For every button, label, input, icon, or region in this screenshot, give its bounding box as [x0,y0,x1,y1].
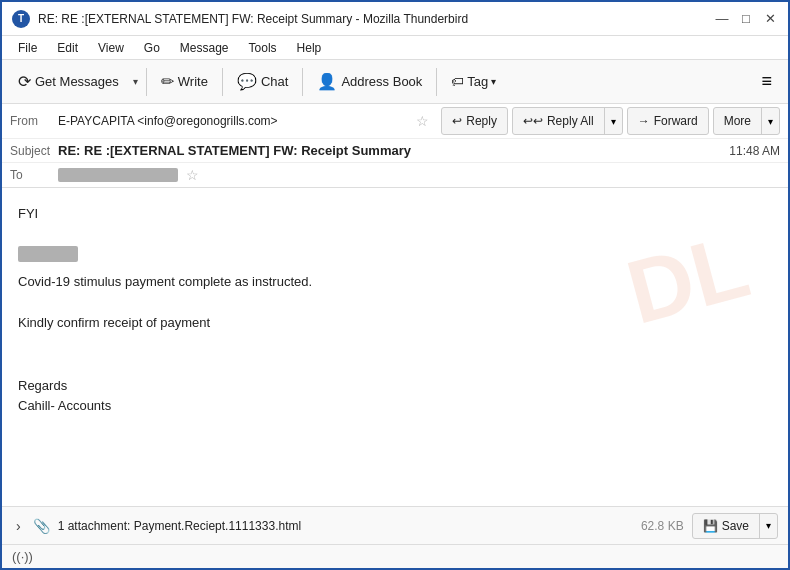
menu-file[interactable]: File [10,39,45,57]
toolbar-separator-3 [302,68,303,96]
to-recipient-blurred [58,168,178,182]
body-line1: FYI [18,204,772,225]
save-button[interactable]: 💾 Save [693,514,759,538]
toolbar-separator-4 [436,68,437,96]
status-bar: ((·)) [2,544,788,568]
more-dropdown[interactable]: ▾ [761,108,779,134]
tag-icon: 🏷 [451,74,464,89]
email-content: FYI Covid-19 stimulus payment complete a… [18,204,772,417]
from-value: E-PAYCAPITA <info@oregonogrills.com> [58,114,412,128]
attachment-clip-icon: 📎 [33,518,50,534]
title-bar: T RE: RE :[EXTERNAL STATEMENT] FW: Recei… [2,2,788,36]
email-header: From E-PAYCAPITA <info@oregonogrills.com… [2,104,788,188]
get-messages-button[interactable]: ⟳ Get Messages [10,66,127,98]
reply-icon: ↩ [452,114,462,128]
toolbar: ⟳ Get Messages ▾ ✏ Write 💬 Chat 👤 Addres… [2,60,788,104]
subject-label: Subject [10,144,58,158]
body-signature: Cahill- Accounts [18,396,772,417]
save-dropdown[interactable]: ▾ [759,514,777,538]
tag-button[interactable]: 🏷 Tag ▾ [443,70,504,93]
body-image-placeholder [18,246,78,262]
to-label: To [10,168,58,182]
save-split-button: 💾 Save ▾ [692,513,778,539]
hamburger-menu-button[interactable]: ≡ [753,67,780,96]
more-button[interactable]: More [714,108,761,134]
forward-button[interactable]: → Forward [627,107,709,135]
status-icon: ((·)) [12,549,33,564]
attachment-size: 62.8 KB [641,519,684,533]
menu-message[interactable]: Message [172,39,237,57]
window-controls: — □ ✕ [714,11,778,27]
reply-all-dropdown[interactable]: ▾ [604,108,622,134]
reply-all-icon: ↩↩ [523,114,543,128]
email-time: 11:48 AM [729,144,780,158]
attachment-bar: › 📎 1 attachment: Payment.Reciept.111133… [2,506,788,544]
body-line5: Kindly confirm receipt of payment [18,313,772,334]
action-buttons: ↩ Reply ↩↩ Reply All ▾ → Forward More [441,107,780,135]
menu-go[interactable]: Go [136,39,168,57]
address-book-button[interactable]: 👤 Address Book [309,66,430,98]
reply-all-button[interactable]: ↩↩ Reply All [513,108,604,134]
forward-icon: → [638,114,650,128]
menu-help[interactable]: Help [289,39,330,57]
chat-icon: 💬 [237,72,257,91]
more-split-button: More ▾ [713,107,780,135]
chat-button[interactable]: 💬 Chat [229,66,296,98]
from-label: From [10,114,58,128]
menu-bar: File Edit View Go Message Tools Help [2,36,788,60]
get-messages-dropdown[interactable]: ▾ [131,74,140,89]
address-book-icon: 👤 [317,72,337,91]
body-line3: Covid-19 stimulus payment complete as in… [18,272,772,293]
reply-all-split-button: ↩↩ Reply All ▾ [512,107,623,135]
write-icon: ✏ [161,72,174,91]
write-button[interactable]: ✏ Write [153,66,216,98]
toolbar-separator-2 [222,68,223,96]
save-icon: 💾 [703,519,718,533]
attachment-name: 1 attachment: Payment.Reciept.1111333.ht… [58,519,629,533]
menu-view[interactable]: View [90,39,132,57]
attachment-expand-button[interactable]: › [12,516,25,536]
toolbar-separator-1 [146,68,147,96]
menu-edit[interactable]: Edit [49,39,86,57]
app-window: T RE: RE :[EXTERNAL STATEMENT] FW: Recei… [0,0,790,570]
close-button[interactable]: ✕ [762,11,778,27]
to-star-icon[interactable]: ☆ [186,167,199,183]
email-body: DL FYI Covid-19 stimulus payment complet… [2,188,788,506]
app-icon: T [12,10,30,28]
body-regards: Regards [18,376,772,397]
minimize-button[interactable]: — [714,11,730,27]
get-messages-icon: ⟳ [18,72,31,91]
reply-button[interactable]: ↩ Reply [441,107,508,135]
from-star-icon[interactable]: ☆ [416,113,429,129]
subject-value: RE: RE :[EXTERNAL STATEMENT] FW: Receipt… [58,143,721,158]
maximize-button[interactable]: □ [738,11,754,27]
menu-tools[interactable]: Tools [241,39,285,57]
window-title: RE: RE :[EXTERNAL STATEMENT] FW: Receipt… [38,12,714,26]
